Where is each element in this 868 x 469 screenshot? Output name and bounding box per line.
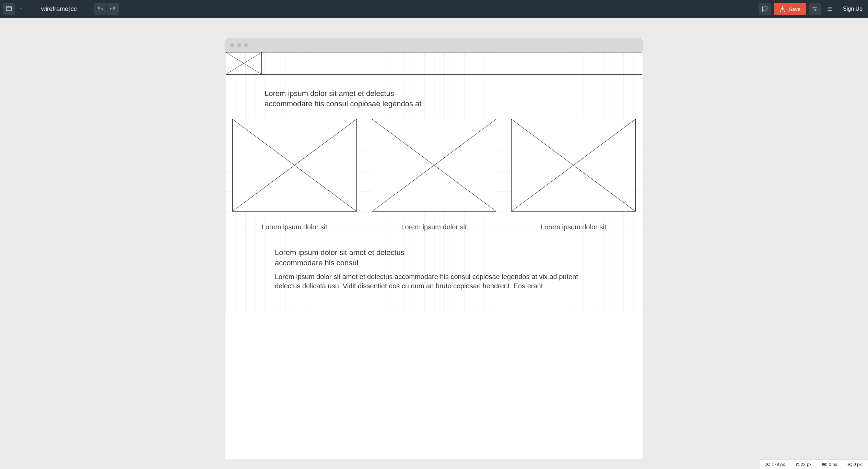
redo-button[interactable] <box>106 3 119 15</box>
logo-separator: | <box>69 5 70 13</box>
menu-button[interactable] <box>824 3 836 15</box>
wireframe-header-row[interactable] <box>226 52 642 75</box>
wireframe-card-caption[interactable]: Lorem ipsum dolor sit <box>372 223 496 231</box>
signup-link[interactable]: Sign Up <box>843 6 863 12</box>
logo-text-right: cc <box>71 5 77 13</box>
wireframe-card[interactable]: Lorem ipsum dolor sit <box>232 119 357 231</box>
wireframe-image-placeholder[interactable] <box>372 119 496 212</box>
wireframe-card-caption[interactable]: Lorem ipsum dolor sit <box>232 223 357 231</box>
wireframe-card[interactable]: Lorem ipsum dolor sit <box>372 119 496 231</box>
settings-button[interactable] <box>809 3 821 15</box>
undo-button[interactable] <box>94 3 106 15</box>
undo-redo-group <box>94 3 119 15</box>
browser-frame: Lorem ipsum dolor sit amet et delectus a… <box>225 38 643 459</box>
wireframe-section-body[interactable]: Lorem ipsum dolor sit amet et delectus a… <box>275 272 593 291</box>
titlebar-dot <box>244 43 248 47</box>
wireframe-section-heading[interactable]: Lorem ipsum dolor sit amet et delectus a… <box>275 248 433 268</box>
save-button[interactable]: Save <box>774 3 806 15</box>
wireframe-cards-row: Lorem ipsum dolor sit Lorem ipsum dolor … <box>225 119 643 231</box>
wireframe-canvas[interactable]: Lorem ipsum dolor sit amet et delectus a… <box>225 52 643 313</box>
wireframe-card-caption[interactable]: Lorem ipsum dolor sit <box>511 223 636 231</box>
wireframe-logo-placeholder[interactable] <box>226 52 262 74</box>
app-logo[interactable]: wireframe | cc <box>41 5 77 13</box>
wireframe-image-placeholder[interactable] <box>232 119 357 212</box>
wireframe-image-placeholder[interactable] <box>511 119 636 212</box>
canvas-area[interactable]: Lorem ipsum dolor sit amet et delectus a… <box>0 18 868 459</box>
device-selector-button[interactable] <box>3 3 15 15</box>
wireframe-hero-text[interactable]: Lorem ipsum dolor sit amet et delectus a… <box>265 88 422 109</box>
titlebar-dot <box>230 43 234 47</box>
titlebar-dot <box>237 43 241 47</box>
comment-button[interactable] <box>759 3 771 15</box>
browser-titlebar <box>225 38 643 52</box>
app-toolbar: wireframe | cc Save Sign Up <box>0 0 868 18</box>
wireframe-card[interactable]: Lorem ipsum dolor sit <box>511 119 636 231</box>
wireframe-nav-area[interactable] <box>262 52 642 74</box>
save-button-label: Save <box>789 6 800 12</box>
logo-text-left: wireframe <box>41 5 68 13</box>
svg-rect-0 <box>7 7 12 11</box>
device-dropdown-chevron[interactable] <box>17 5 24 13</box>
